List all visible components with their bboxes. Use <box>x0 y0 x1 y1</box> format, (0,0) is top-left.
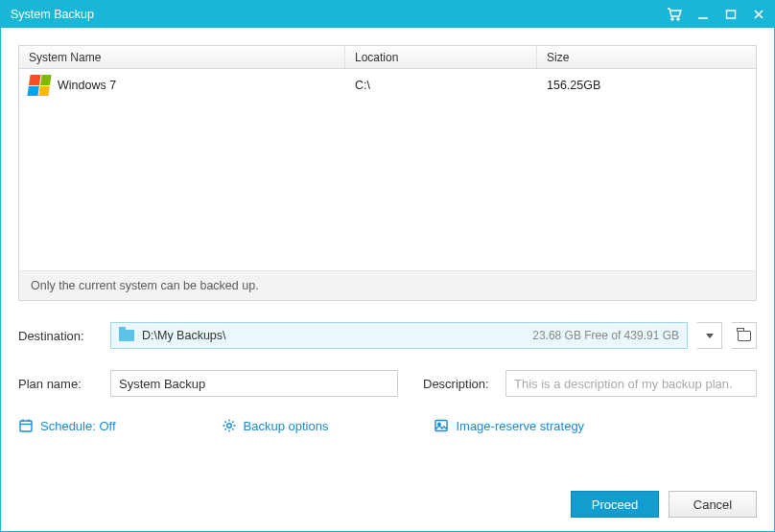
destination-browse-button[interactable] <box>732 322 757 349</box>
destination-field[interactable]: D:\My Backups\ 23.68 GB Free of 439.91 G… <box>110 322 688 349</box>
description-label: Description: <box>423 377 496 391</box>
cart-icon[interactable] <box>667 7 683 23</box>
system-backup-window: System Backup System Name Location <box>0 0 775 532</box>
option-links: Schedule: Off Backup options Image-reser… <box>18 418 757 433</box>
th-size[interactable]: Size <box>537 46 756 68</box>
image-icon <box>434 418 449 433</box>
plan-row: Plan name: Description: <box>18 370 757 397</box>
browse-folder-icon <box>738 331 751 341</box>
row-size: 156.25GB <box>537 79 756 92</box>
table-hint: Only the current system can be backed up… <box>19 270 756 300</box>
close-button[interactable] <box>750 7 766 23</box>
svg-point-0 <box>671 18 673 20</box>
backup-options-label: Backup options <box>244 419 329 433</box>
folder-icon <box>119 330 134 341</box>
titlebar-controls <box>667 7 766 23</box>
maximize-button[interactable] <box>722 7 739 23</box>
windows-logo-icon <box>27 75 51 96</box>
window-body: System Name Location Size Windows 7 C:\ … <box>1 28 774 531</box>
description-input[interactable] <box>505 370 757 397</box>
destination-label: Destination: <box>18 329 101 343</box>
th-location[interactable]: Location <box>345 46 537 68</box>
schedule-link[interactable]: Schedule: Off <box>18 418 116 433</box>
th-system-name[interactable]: System Name <box>19 46 345 68</box>
destination-free-space: 23.68 GB Free of 439.91 GB <box>532 329 679 342</box>
footer: Proceed Cancel <box>18 474 757 518</box>
table-header: System Name Location Size <box>19 46 756 69</box>
minimize-button[interactable] <box>694 7 711 23</box>
destination-dropdown-button[interactable] <box>697 322 722 349</box>
table-row[interactable]: Windows 7 C:\ 156.25GB <box>19 69 756 102</box>
image-reserve-link[interactable]: Image-reserve strategy <box>434 418 584 433</box>
proceed-button[interactable]: Proceed <box>571 491 659 518</box>
plan-name-label: Plan name: <box>18 377 101 391</box>
system-table: System Name Location Size Windows 7 C:\ … <box>18 45 757 301</box>
gear-icon <box>222 418 237 433</box>
svg-rect-6 <box>20 421 32 431</box>
svg-rect-11 <box>435 421 447 431</box>
chevron-down-icon <box>706 334 714 338</box>
image-reserve-label: Image-reserve strategy <box>456 419 584 433</box>
destination-path: D:\My Backups\ <box>142 329 226 342</box>
table-body: Windows 7 C:\ 156.25GB <box>19 69 756 270</box>
destination-row: Destination: D:\My Backups\ 23.68 GB Fre… <box>18 322 757 349</box>
cancel-button[interactable]: Cancel <box>669 491 757 518</box>
schedule-link-label: Schedule: Off <box>40 419 116 433</box>
calendar-icon <box>18 418 34 433</box>
row-location: C:\ <box>345 79 537 92</box>
window-title: System Backup <box>11 8 667 21</box>
row-system-name: Windows 7 <box>58 79 116 92</box>
svg-point-10 <box>226 424 231 428</box>
svg-rect-3 <box>726 11 735 18</box>
titlebar: System Backup <box>1 1 774 28</box>
svg-point-1 <box>677 18 679 20</box>
plan-name-input[interactable] <box>110 370 398 397</box>
backup-options-link[interactable]: Backup options <box>222 418 329 433</box>
